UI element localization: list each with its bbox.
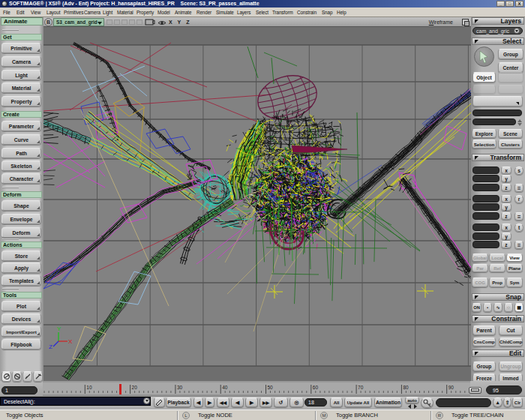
svg-text:90: 90: [448, 385, 454, 390]
svg-text:10: 10: [86, 385, 92, 390]
svg-text:80: 80: [403, 385, 409, 390]
svg-text:70: 70: [358, 385, 364, 390]
svg-text:X: X: [68, 338, 73, 345]
svg-text:50: 50: [268, 385, 274, 390]
svg-text:60: 60: [313, 385, 319, 390]
svg-text:30: 30: [177, 385, 183, 390]
svg-text:Y: Y: [57, 326, 62, 332]
svg-text:40: 40: [222, 385, 228, 390]
svg-text:Z: Z: [49, 344, 52, 350]
svg-text:20: 20: [132, 385, 138, 390]
